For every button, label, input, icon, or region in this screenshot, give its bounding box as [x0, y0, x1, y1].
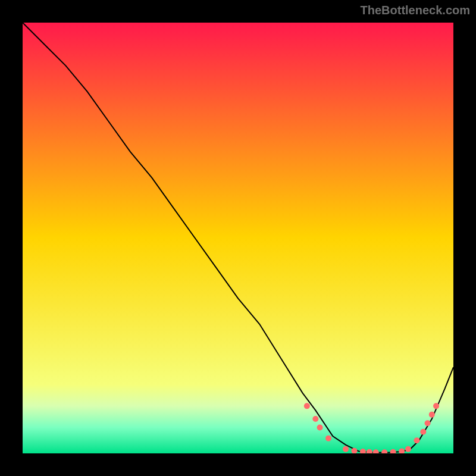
data-point [405, 446, 411, 452]
plot-area [23, 23, 453, 453]
data-point [317, 425, 323, 431]
chart-svg [23, 23, 453, 453]
data-point [343, 446, 349, 452]
data-point [425, 420, 431, 426]
data-point [304, 403, 310, 409]
data-point [420, 429, 426, 435]
chart-container: TheBottleneck.com [0, 0, 476, 476]
data-point [433, 403, 439, 409]
data-point [429, 412, 435, 418]
chart-background [23, 23, 453, 453]
data-point [414, 437, 419, 443]
watermark-text: TheBottleneck.com [361, 4, 470, 17]
data-point [325, 436, 331, 441]
data-point [312, 416, 318, 422]
